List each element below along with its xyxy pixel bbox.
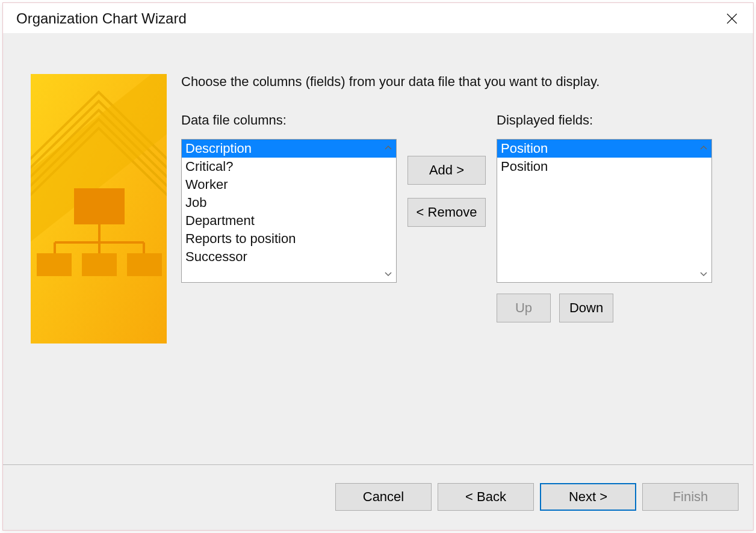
scroll-up-icon[interactable] [698, 142, 709, 153]
dialog-footer: Cancel < Back Next > Finish [3, 465, 753, 530]
list-item[interactable]: Critical? [182, 158, 396, 176]
add-button[interactable]: Add > [407, 156, 486, 185]
list-item[interactable]: Reports to position [182, 230, 396, 248]
back-button[interactable]: < Back [438, 483, 534, 511]
finish-button[interactable]: Finish [642, 483, 739, 511]
remove-button[interactable]: < Remove [407, 198, 486, 227]
up-button[interactable]: Up [497, 294, 551, 322]
list-item[interactable]: Successor [182, 248, 396, 266]
svg-rect-4 [74, 188, 125, 224]
scroll-down-icon[interactable] [698, 269, 709, 280]
down-button[interactable]: Down [559, 294, 613, 322]
titlebar: Organization Chart Wizard [3, 3, 753, 33]
svg-rect-12 [127, 253, 162, 276]
scroll-down-icon[interactable] [383, 269, 394, 280]
dialog-title: Organization Chart Wizard [16, 10, 187, 27]
list-item[interactable]: Worker [182, 176, 396, 194]
list-item[interactable]: Description [182, 140, 396, 158]
wizard-dialog: Organization Chart Wizard [2, 2, 754, 531]
displayed-fields-listbox[interactable]: PositionPosition [497, 139, 712, 283]
instruction-text: Choose the columns (fields) from your da… [181, 74, 731, 90]
wizard-graphic [31, 74, 167, 344]
list-item[interactable]: Position [497, 140, 711, 158]
close-icon[interactable] [724, 11, 740, 26]
next-button[interactable]: Next > [540, 483, 636, 511]
svg-rect-11 [82, 253, 117, 276]
displayed-fields-label: Displayed fields: [497, 112, 712, 128]
list-item[interactable]: Position [497, 158, 711, 176]
data-file-columns-label: Data file columns: [181, 112, 397, 128]
list-item[interactable]: Department [182, 212, 396, 230]
list-item[interactable]: Job [182, 194, 396, 212]
scroll-up-icon[interactable] [383, 142, 394, 153]
cancel-button[interactable]: Cancel [335, 483, 432, 511]
data-file-columns-listbox[interactable]: DescriptionCritical?WorkerJobDepartmentR… [181, 139, 397, 283]
svg-rect-10 [37, 253, 72, 276]
dialog-content: Choose the columns (fields) from your da… [3, 33, 753, 464]
